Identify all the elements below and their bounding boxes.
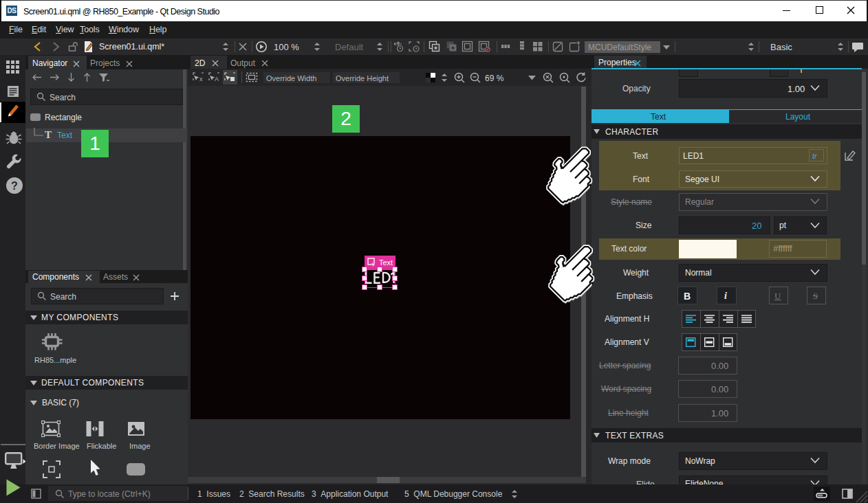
- svg-text:?: ?: [11, 180, 18, 192]
- svg-text:A: A: [215, 76, 219, 82]
- svg-text:x: x: [199, 76, 203, 82]
